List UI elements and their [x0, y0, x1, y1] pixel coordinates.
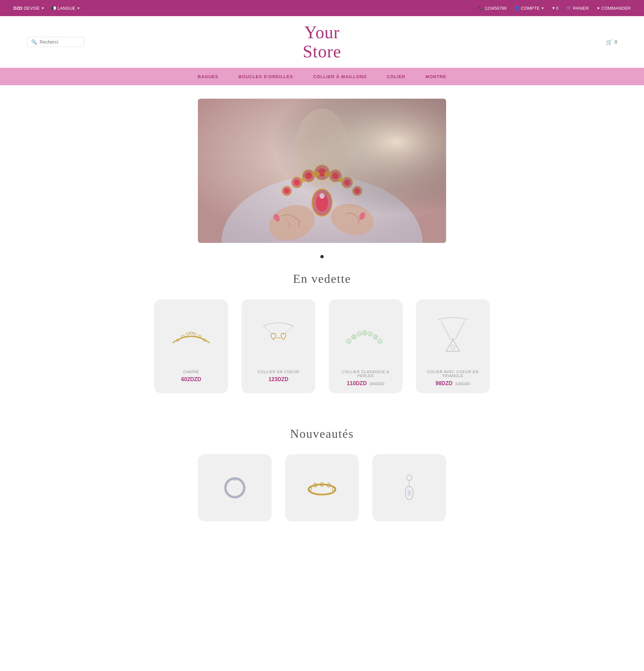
product-image-0: [164, 309, 218, 363]
featured-title: En vedette: [27, 272, 617, 286]
svg-point-56: [451, 345, 455, 349]
nouveautes-grid: [27, 454, 617, 521]
store-title: Your Store: [303, 23, 342, 61]
svg-point-39: [347, 339, 351, 344]
heart-icon: [552, 6, 555, 10]
top-bar: DZD DEVISE ▼ LANGUE ▼ 123456789 COMPTE ▼…: [0, 0, 644, 16]
user-icon: [515, 6, 519, 10]
product-card-0[interactable]: CHAÎNÉ 602DZD: [154, 299, 228, 393]
devise-selector[interactable]: DZD DEVISE ▼: [13, 6, 44, 11]
svg-point-45: [378, 339, 382, 344]
cart-icon: [567, 6, 571, 10]
compte-label: COMPTE: [521, 6, 540, 11]
hero-svg: [198, 99, 446, 243]
svg-point-62: [309, 484, 335, 495]
chain-necklace-svg: [166, 319, 216, 353]
svg-line-53: [441, 321, 450, 340]
header: Your Store 0: [0, 16, 644, 68]
svg-point-51: [374, 336, 375, 337]
nouveautes-section: Nouveautés: [0, 413, 644, 521]
svg-point-49: [363, 331, 364, 333]
product-price-0: 602DZD: [181, 377, 201, 382]
nouveautes-title: Nouveautés: [27, 427, 617, 441]
commander-link[interactable]: COMMANDER: [597, 6, 631, 11]
product-card-3[interactable]: COLIER AVEC COEUR EN TRIANGLE 98DZD 120D…: [416, 299, 490, 393]
devise-label: DZD: [13, 6, 23, 11]
wishlist-count: 0: [556, 6, 558, 11]
cart-header-link[interactable]: 0: [606, 39, 617, 45]
svg-point-52: [379, 340, 380, 341]
svg-point-46: [347, 340, 349, 341]
product-image-1: [252, 309, 305, 363]
nouveaute-svg-0: [221, 474, 248, 501]
nav-item-montre[interactable]: MONTRE: [425, 74, 446, 79]
featured-products-grid: CHAÎNÉ 602DZD: [27, 299, 617, 393]
langue-caret: ▼: [77, 7, 80, 10]
commander-icon: [597, 6, 600, 10]
svg-line-37: [263, 326, 273, 334]
product-price-row-1: 123DZD: [268, 377, 288, 382]
langue-selector[interactable]: LANGUE ▼: [51, 6, 80, 11]
featured-section: En vedette: [0, 272, 644, 413]
nouveaute-card-0[interactable]: [198, 454, 272, 521]
search-icon: [31, 39, 37, 45]
nouveaute-svg-1: [305, 478, 339, 498]
store-name-line2: Store: [303, 42, 342, 61]
svg-point-68: [407, 475, 412, 480]
nav-item-bagues[interactable]: BAGUES: [197, 74, 218, 79]
cart-header-count: 0: [615, 39, 617, 45]
top-bar-left: DZD DEVISE ▼ LANGUE ▼: [13, 6, 80, 11]
svg-point-32: [190, 332, 193, 334]
nav-item-boucles[interactable]: BOUCLES D'OREILLES: [239, 74, 293, 79]
product-price-row-0: 602DZD: [181, 377, 201, 382]
hero-image: [198, 99, 446, 243]
flag-icon: [51, 6, 56, 10]
svg-point-59: [226, 478, 244, 497]
svg-point-33: [193, 333, 196, 336]
search-input[interactable]: [40, 39, 80, 45]
svg-point-48: [358, 332, 359, 334]
svg-point-57: [452, 339, 454, 341]
wishlist-link[interactable]: 0: [552, 6, 558, 11]
triangle-heart-necklace-svg: [428, 314, 478, 358]
product-old-price-3: 120DZD: [455, 381, 470, 386]
nav-item-colier[interactable]: COLIER: [387, 74, 405, 79]
search-bar[interactable]: [27, 37, 84, 47]
top-bar-right: 123456789 COMPTE ▼ 0 PANIER COMMANDER: [478, 6, 631, 11]
product-card-2[interactable]: COLLIER CLASSIQUE A PERLES 110DZD 160DZD: [329, 299, 402, 393]
product-price-row-3: 98DZD 120DZD: [435, 380, 470, 387]
product-card-1[interactable]: COLLIER EN COEUR 123DZD: [242, 299, 315, 393]
compte-link[interactable]: COMPTE ▼: [515, 6, 544, 11]
pearl-necklace-svg: [340, 319, 391, 353]
phone-icon: [478, 6, 483, 10]
nouveaute-svg-2: [396, 471, 423, 505]
product-image-3: [426, 309, 480, 363]
nav-item-collier-maillons[interactable]: COLLIER À MAILLONS: [313, 74, 367, 79]
product-price-row-2: 110DZD 160DZD: [347, 380, 384, 387]
cart-header-icon: [606, 39, 613, 45]
svg-point-43: [368, 331, 372, 336]
nouveaute-card-1[interactable]: [285, 454, 359, 521]
hero-slider: [0, 85, 644, 250]
svg-point-50: [369, 332, 370, 334]
slider-dot-1[interactable]: [320, 255, 324, 258]
phone-link[interactable]: 123456789: [478, 6, 506, 11]
svg-point-44: [373, 334, 378, 339]
svg-rect-28: [198, 99, 446, 243]
svg-line-38: [283, 326, 294, 334]
svg-point-71: [407, 490, 411, 496]
product-old-price-2: 160DZD: [369, 381, 384, 386]
svg-point-40: [351, 334, 356, 339]
main-nav: BAGUES BOUCLES D'OREILLES COLLIER À MAIL…: [0, 68, 644, 85]
product-image-2: [339, 309, 392, 363]
commander-label: COMMANDER: [602, 6, 631, 11]
product-name-1: COLLIER EN COEUR: [258, 370, 299, 374]
svg-line-54: [455, 321, 465, 340]
svg-point-31: [186, 333, 190, 336]
product-price-1: 123DZD: [268, 377, 288, 382]
svg-point-41: [357, 331, 362, 336]
panier-link[interactable]: PANIER: [567, 6, 589, 11]
product-name-0: CHAÎNÉ: [183, 370, 199, 374]
product-name-2: COLLIER CLASSIQUE A PERLES: [335, 370, 396, 378]
nouveaute-card-2[interactable]: [372, 454, 446, 521]
